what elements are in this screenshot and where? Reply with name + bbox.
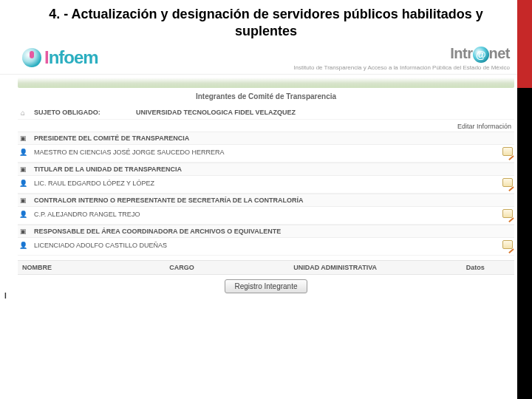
role-header: ▣ RESPONSABLE DEL ÁREA COORDINADORA DE A… (18, 225, 514, 238)
main-content: Integrantes de Comité de Transparencia ⌂… (0, 92, 532, 293)
role-label: TITULAR DE LA UNIDAD DE TRANSPARENCIA (34, 166, 514, 173)
role-header: ▣ CONTRALOR INTERNO O REPRESENTANTE DE S… (18, 194, 514, 207)
at-sign-icon: @ (473, 47, 489, 63)
person-icon: 👤 (18, 242, 28, 249)
user-card-icon: ▣ (18, 166, 28, 173)
role-header: ▣ PRESIDENTE DEL COMITÉ DE TRANSPARENCIA (18, 132, 514, 145)
edit-member-button[interactable] (501, 209, 514, 219)
subject-row: ⌂ SUJETO OBLIGADO: UNIVERSIDAD TECNOLOGI… (18, 106, 514, 120)
app-header: Infoem Intr@net Instituto de Transparenc… (0, 44, 532, 75)
infoem-wordmark: Infoem (44, 47, 98, 68)
member-row: 👤 MAESTRO EN CIENCIAS JOSÉ JORGE SAUCEDO… (18, 145, 514, 163)
col-datos: Datos (436, 261, 514, 274)
infoem-orb-icon (22, 48, 41, 67)
subject-label: SUJETO OBLIGADO: (34, 109, 130, 116)
intranet-logo: Intr@net (293, 45, 510, 63)
subject-value: UNIVERSIDAD TECNOLOGICA FIDEL VELAZQUEZ (136, 109, 495, 116)
user-card-icon: ▣ (18, 228, 28, 235)
role-label: PRESIDENTE DEL COMITÉ DE TRANSPARENCIA (34, 134, 514, 142)
intranet-block: Intr@net Instituto de Transparencia y Ac… (293, 45, 510, 71)
infoem-logo: Infoem (22, 47, 98, 68)
user-card-icon: ▣ (18, 197, 28, 204)
intranet-pre: Intr (450, 45, 472, 61)
member-name: C.P. ALEJANDRO RANGEL TREJO (34, 211, 495, 218)
member-row: 👤 C.P. ALEJANDRO RANGEL TREJO (18, 207, 514, 225)
member-row: 👤 LIC. RAUL EDGARDO LÓPEZ Y LÓPEZ (18, 176, 514, 194)
nav-gradient-bar (18, 78, 514, 88)
role-label: CONTRALOR INTERNO O REPRESENTANTE DE SEC… (34, 197, 514, 204)
person-icon: 👤 (18, 211, 28, 218)
person-icon: 👤 (18, 149, 28, 156)
role-label: RESPONSABLE DEL ÁREA COORDINADORA DE ARC… (34, 228, 514, 235)
members-table-header: NOMBRE CARGO UNIDAD ADMINISTRATIVA Datos (18, 260, 514, 275)
pencil-icon (502, 178, 513, 187)
page-heading: Integrantes de Comité de Transparencia (18, 92, 514, 100)
member-row: 👤 LICENCIADO ADOLFO CASTILLO DUEÑAS (18, 238, 514, 256)
edit-member-button[interactable] (501, 240, 514, 250)
col-unidad: UNIDAD ADMINISTRATIVA (289, 261, 436, 274)
intranet-post: net (489, 45, 511, 61)
gutter-mark: I (4, 292, 7, 300)
edit-member-button[interactable] (501, 178, 514, 188)
pencil-icon (502, 240, 513, 249)
pencil-icon (502, 147, 513, 156)
slide-accent-bar (517, 0, 532, 399)
edit-member-button[interactable] (501, 147, 514, 157)
slide-title: 4. - Actualización y designación de serv… (0, 0, 532, 44)
institute-subtitle: Instituto de Transparencia y Acceso a la… (293, 64, 510, 71)
edit-info-link[interactable]: Editar Información (18, 120, 514, 132)
building-icon: ⌂ (18, 109, 28, 117)
col-cargo: CARGO (165, 261, 289, 274)
infoem-logo-rest: nfoem (49, 47, 98, 67)
register-member-button[interactable]: Registro Integrante (225, 279, 307, 293)
member-name: MAESTRO EN CIENCIAS JOSÉ JORGE SAUCEDO H… (34, 149, 495, 156)
member-name: LIC. RAUL EDGARDO LÓPEZ Y LÓPEZ (34, 180, 495, 187)
role-header: ▣ TITULAR DE LA UNIDAD DE TRANSPARENCIA (18, 163, 514, 176)
pencil-icon (502, 209, 513, 218)
person-icon: 👤 (18, 180, 28, 187)
user-card-icon: ▣ (18, 134, 28, 142)
member-name: LICENCIADO ADOLFO CASTILLO DUEÑAS (34, 242, 495, 249)
col-nombre: NOMBRE (18, 261, 165, 274)
